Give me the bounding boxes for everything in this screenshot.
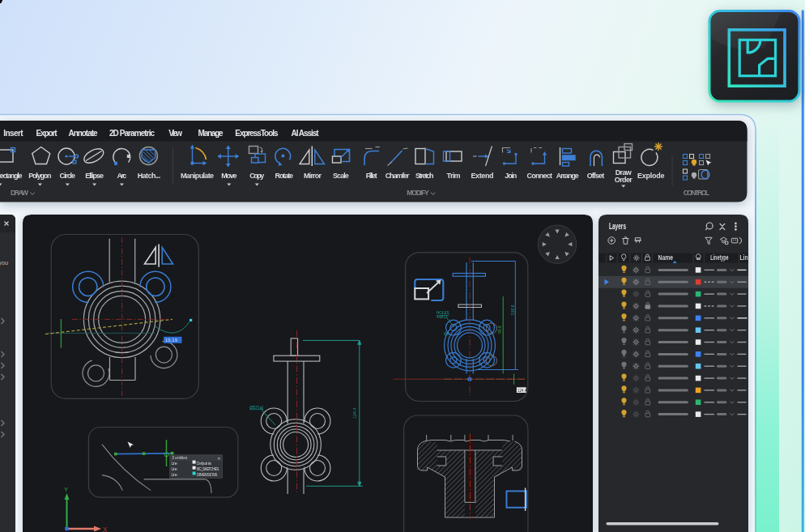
svg-text:99.6: 99.6: [497, 326, 502, 334]
svg-text:AI Assist: AI Assist: [292, 129, 320, 138]
svg-text:MODIFY: MODIFY: [407, 189, 429, 197]
svg-text:Mirror: Mirror: [304, 172, 322, 180]
svg-text:Rectangle: Rectangle: [0, 172, 23, 180]
svg-text:516.6: 516.6: [509, 304, 514, 315]
svg-text:Circle: Circle: [60, 172, 75, 180]
svg-text:3 entities: 3 entities: [172, 456, 188, 460]
svg-text:Annotate: Annotate: [69, 129, 98, 138]
svg-text:Arc: Arc: [117, 172, 127, 180]
svg-text:Hatch...: Hatch...: [138, 172, 161, 180]
svg-text:Ø6: Ø6: [444, 332, 449, 336]
svg-text:DRAW: DRAW: [11, 189, 29, 197]
svg-text:View: View: [168, 129, 182, 138]
svg-text:ExpressTools: ExpressTools: [235, 129, 279, 138]
svg-text:Line: Line: [171, 462, 177, 466]
svg-text:X: X: [103, 526, 108, 532]
svg-text:Polygon: Polygon: [28, 172, 51, 180]
svg-text:Extend: Extend: [471, 172, 494, 180]
svg-text:4xØ19: 4xØ19: [437, 315, 448, 319]
svg-text:Name: Name: [658, 253, 673, 262]
svg-text:Manipulate: Manipulate: [181, 172, 214, 180]
svg-text:you: you: [0, 259, 8, 266]
svg-text:Layers: Layers: [609, 221, 626, 231]
svg-text:Line: Line: [171, 467, 177, 471]
svg-text:Trim: Trim: [447, 172, 461, 180]
svg-text:Order: Order: [615, 176, 632, 184]
svg-text:Insert: Insert: [3, 129, 23, 138]
svg-text:Fillet: Fillet: [366, 172, 377, 180]
svg-text:Linetype: Linetype: [710, 253, 728, 262]
svg-text:Join: Join: [505, 172, 517, 180]
svg-text:Export: Export: [36, 129, 58, 138]
svg-text:×: ×: [217, 455, 220, 461]
svg-text:Explode: Explode: [637, 172, 665, 180]
svg-text:Connect: Connect: [526, 172, 552, 180]
svg-text:124.4: 124.4: [518, 389, 527, 393]
svg-text:Rotate: Rotate: [275, 172, 294, 180]
svg-text:Ellipse: Ellipse: [85, 172, 104, 180]
svg-text:DIMENSIONS: DIMENSIONS: [197, 473, 218, 477]
svg-text:19,19: 19,19: [165, 338, 178, 343]
svg-text:Line: Line: [171, 473, 177, 477]
svg-text:Stretch: Stretch: [415, 172, 434, 180]
svg-text:Move: Move: [221, 172, 236, 180]
svg-text:BC_SKETCHES: BC_SKETCHES: [197, 467, 219, 471]
svg-text:Defpoints: Defpoints: [197, 462, 212, 466]
svg-text:Scale: Scale: [333, 172, 349, 180]
svg-text:CONTROL: CONTROL: [684, 189, 710, 197]
svg-text:Y: Y: [64, 486, 68, 493]
svg-text:Chamfer: Chamfer: [385, 172, 410, 180]
svg-text:Ø57(a): Ø57(a): [249, 405, 263, 410]
svg-text:Offset: Offset: [587, 172, 605, 180]
svg-text:Lin: Lin: [739, 253, 748, 262]
svg-text:Manage: Manage: [198, 129, 224, 138]
svg-text:124.4: 124.4: [352, 407, 357, 419]
svg-text:Arrange: Arrange: [556, 172, 579, 180]
svg-text:2D Parametric: 2D Parametric: [109, 129, 155, 138]
svg-text:Copy: Copy: [249, 172, 264, 180]
